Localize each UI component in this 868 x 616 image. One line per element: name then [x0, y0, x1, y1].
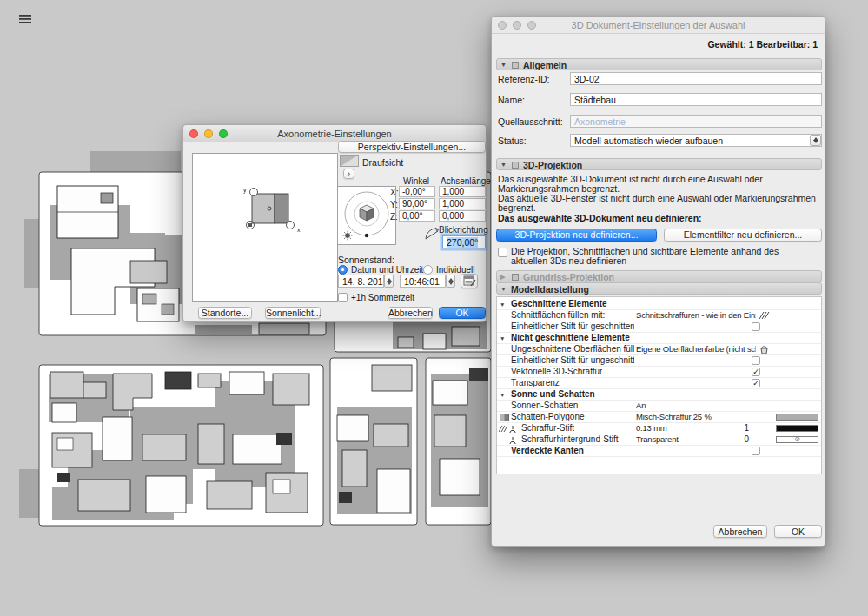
sommerzeit-checkbox[interactable]	[338, 293, 348, 302]
section-label: Modelldarstellung	[511, 284, 589, 295]
orbit-preview[interactable]	[337, 186, 396, 245]
date-stepper[interactable]	[384, 275, 394, 288]
axonometry-preview[interactable]: y x	[192, 153, 338, 302]
status-dropdown[interactable]: Modell automatisch wieder aufbauen	[570, 134, 822, 147]
collapse-icon[interactable]: ▼	[500, 392, 505, 398]
view-chooser-chevron-button[interactable]: ›	[343, 169, 354, 179]
doc-titlebar[interactable]: 3D Dokument-Einstellungen der Auswahl	[492, 17, 825, 34]
winkel-header: Winkel	[403, 176, 429, 186]
name-field[interactable]: Städtebau	[570, 93, 822, 106]
collapse-icon[interactable]: ▼	[500, 162, 507, 168]
expand-icon[interactable]: ▶	[500, 274, 505, 280]
group-row-sonne-schatten: ▼ Sonne und Schatten	[497, 389, 821, 401]
site-plan-sheet-bottom-right	[426, 358, 491, 525]
sun-icon[interactable]	[343, 231, 353, 241]
desktop: Axonometrie-Einstellungen Perspektiv-Ein…	[0, 0, 868, 616]
close-button[interactable]	[189, 129, 198, 138]
x-axis-label: x	[297, 227, 301, 233]
axonometry-preview-drawing: y x	[193, 154, 337, 301]
group-label: Nicht geschnittene Elemente	[511, 333, 630, 343]
y-length-field[interactable]: 1,000	[439, 198, 486, 209]
3d-document-settings-dialog: 3D Dokument-Einstellungen der Auswahl Ge…	[491, 16, 825, 547]
collapse-icon[interactable]: ▼	[500, 286, 507, 292]
row-checkbox-checked[interactable]: ✓	[752, 379, 760, 387]
row-verdeckte-kanten: Verdeckte Kanten	[497, 446, 821, 457]
date-field[interactable]: 14. 8. 2018	[338, 275, 384, 288]
origin-handle[interactable]	[248, 223, 252, 227]
pen-color-swatch[interactable]	[776, 425, 818, 432]
z-angle-field[interactable]: 0,00°	[399, 210, 435, 222]
radio-individuell[interactable]	[423, 265, 433, 275]
standorte-button[interactable]: Standorte...	[198, 307, 252, 319]
row-label: Vektorielle 3D-Schraffur	[511, 367, 602, 377]
perspective-settings-button[interactable]: Perspektiv-Einstellungen...	[338, 141, 486, 153]
row-checkbox-checked[interactable]: ✓	[752, 368, 760, 376]
abbrechen-button[interactable]: Abbrechen	[713, 525, 767, 538]
fill-swatch-icon	[500, 414, 509, 421]
selection-status: Gewählt: 1 Bearbeitbar: 1	[707, 39, 818, 50]
radio-datum-uhrzeit[interactable]	[338, 265, 348, 275]
row-label: Sonnen-Schatten	[511, 401, 578, 411]
transparent-swatch[interactable]: ⊘	[776, 436, 818, 443]
row-ungeschnittene-oberflaechen: Ungeschnittene Oberflächen fülle... Eige…	[497, 344, 821, 355]
referenz-id-field[interactable]: 3D-02	[570, 72, 822, 85]
section-modelldarstellung[interactable]: ▼ Modelldarstellung	[496, 282, 822, 295]
minimize-button[interactable]	[513, 21, 521, 30]
redefine-from-3d-checkbox[interactable]	[498, 248, 507, 257]
row-checkbox[interactable]	[752, 356, 760, 365]
paint-bucket-icon[interactable]	[759, 345, 770, 354]
calendar-button[interactable]	[461, 274, 478, 288]
close-button[interactable]	[498, 21, 507, 30]
x-length-field[interactable]: 1,000	[439, 186, 486, 197]
view-name-label: Draufsicht	[362, 157, 403, 168]
row-value[interactable]: An	[636, 401, 646, 411]
menu-icon[interactable]	[19, 15, 31, 23]
status-dropdown-arrows-icon[interactable]	[810, 135, 821, 146]
x-axis-handle[interactable]	[287, 222, 295, 229]
row-schraffurhintergrund-stift: Schraffurhintergrund-Stift Transparent 0…	[497, 434, 821, 446]
y-angle-field[interactable]: 90,00°	[399, 198, 435, 209]
redefine-projection-button[interactable]: 3D-Projektion neu definieren...	[496, 229, 657, 242]
z-length-field[interactable]: 0,000	[439, 210, 486, 222]
axo-titlebar[interactable]: Axonometrie-Einstellungen	[183, 125, 486, 142]
blickrichtung-field[interactable]: 270,00°	[442, 235, 486, 248]
row-schatten-polygone: Schatten-Polygone Misch-Schraffur 25 %	[497, 412, 821, 423]
time-stepper[interactable]	[446, 275, 455, 288]
row-checkbox[interactable]	[752, 447, 760, 455]
collapse-icon[interactable]: ▼	[500, 335, 505, 341]
y-axis-handle[interactable]	[250, 189, 258, 196]
axonometry-settings-dialog: Axonometrie-Einstellungen Perspektiv-Ein…	[182, 124, 487, 322]
sonnenstand-label: Sonnenstand:	[338, 255, 394, 265]
shadow-fill-swatch[interactable]	[776, 414, 818, 421]
zoom-button[interactable]	[527, 21, 536, 30]
x-angle-field[interactable]: -0,00°	[399, 186, 435, 197]
zoom-button[interactable]	[219, 129, 228, 138]
sonnenlicht-button[interactable]: Sonnenlicht...	[265, 307, 321, 319]
redefine-elementfilter-button[interactable]: Elementfilter neu definieren...	[664, 229, 822, 242]
ok-button[interactable]: OK	[774, 525, 822, 538]
ok-button[interactable]: OK	[439, 307, 486, 319]
section-3d-projektion[interactable]: ▼ 3D-Projektion	[496, 158, 822, 170]
sommerzeit-label: +1h Sommerzeit	[351, 293, 414, 302]
row-value[interactable]: 0.13 mm	[636, 423, 667, 434]
collapse-icon[interactable]: ▼	[500, 301, 505, 308]
minimize-button[interactable]	[204, 129, 213, 138]
section-grundriss[interactable]: ▶ Grundriss-Projektion	[496, 270, 822, 282]
section-allgemein[interactable]: ▼ Allgemein	[496, 58, 822, 70]
row-value[interactable]: Transparent	[636, 434, 679, 445]
hatch-pen-icon[interactable]	[759, 311, 770, 320]
view-direction-handle[interactable]	[365, 234, 368, 237]
row-label: Verdeckte Kanten	[511, 446, 584, 456]
row-checkbox[interactable]	[752, 322, 760, 331]
pen-number[interactable]: 0	[732, 434, 749, 445]
referenz-id-label: Referenz-ID:	[498, 74, 550, 84]
collapse-icon[interactable]: ▼	[500, 62, 507, 68]
check-icon: ✓	[752, 379, 759, 387]
row-value[interactable]: Schnittschraffuren - wie in den Einstell…	[636, 310, 756, 321]
abbrechen-button[interactable]: Abbrechen	[388, 307, 433, 319]
row-value[interactable]: Eigene Oberflächenfarbe (nicht schattie.…	[636, 344, 756, 354]
row-value[interactable]: Misch-Schraffur 25 %	[636, 412, 712, 422]
pen-number[interactable]: 1	[732, 423, 749, 434]
time-field[interactable]: 10:46:01	[400, 275, 446, 288]
redefine-label: Das ausgewählte 3D-Dokument neu definier…	[498, 214, 820, 223]
